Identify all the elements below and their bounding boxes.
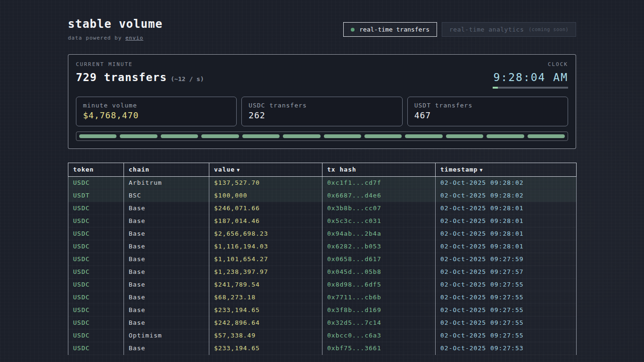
header: stable volume data powered by envio real… [68, 0, 576, 41]
column-header-token[interactable]: token [68, 163, 124, 177]
activity-segment [364, 134, 402, 138]
token-cell: USDC [68, 228, 124, 240]
token-cell: USDC [68, 202, 124, 215]
chain-cell: BSC [124, 189, 209, 202]
envio-link[interactable]: envio [125, 35, 143, 41]
token-cell: USDT [68, 189, 124, 202]
activity-segment [405, 134, 442, 138]
timestamp-cell: 02-Oct-2025 09:28:02 [436, 177, 577, 189]
tx-hash-link[interactable]: 0xbf75...3661 [322, 342, 436, 355]
value-cell: $242,896.64 [209, 317, 322, 329]
timestamp-cell: 02-Oct-2025 09:28:01 [436, 215, 577, 228]
tx-hash-link[interactable]: 0xc1f1...cd7f [322, 177, 436, 189]
chain-cell: Base [124, 253, 209, 266]
minute-progress-fill [493, 87, 498, 89]
timestamp-cell: 02-Oct-2025 09:28:01 [436, 228, 577, 240]
column-header-chain[interactable]: chain [124, 163, 209, 177]
transfers-count: 729 transfers [76, 71, 167, 83]
current-minute-panel: CURRENT MINUTE 729 transfers (~12 / s) C… [68, 54, 576, 149]
token-cell: USDC [68, 279, 124, 291]
tx-hash-link[interactable]: 0x32d5...7c14 [322, 317, 436, 329]
tab-label: real-time transfers [359, 26, 429, 33]
table-row: USDCBase$246,071.660x3b8b...cc0702-Oct-2… [68, 202, 577, 215]
tx-hash-link[interactable]: 0x045d...05b8 [322, 266, 436, 279]
stat-card-value: 262 [248, 110, 395, 120]
table-row: USDCBase$68,273.180x7711...cb6b02-Oct-20… [68, 291, 577, 304]
tab-real-time-transfers[interactable]: real-time transfers [343, 22, 437, 37]
activity-segment [487, 134, 524, 138]
tx-hash-link[interactable]: 0x6687...d4e6 [322, 189, 436, 202]
activity-segment [120, 134, 157, 138]
transfers-table: token chain value▼ tx hash timestamp▼ US… [68, 163, 577, 355]
timestamp-cell: 02-Oct-2025 09:27:57 [436, 266, 577, 279]
value-cell: $246,071.66 [209, 202, 322, 215]
table-row: USDCBase$1,238,397.970x045d...05b802-Oct… [68, 266, 577, 279]
activity-segment [446, 134, 483, 138]
current-minute-label: CURRENT MINUTE [76, 61, 204, 67]
stat-card-value: $4,768,470 [83, 110, 230, 120]
subtitle-text: data powered by [68, 35, 125, 41]
token-cell: USDC [68, 342, 124, 355]
tx-hash-link[interactable]: 0x94ab...2b4a [322, 228, 436, 240]
timestamp-cell: 02-Oct-2025 09:27:53 [436, 342, 577, 355]
tx-hash-link[interactable]: 0x8d98...6df5 [322, 279, 436, 291]
activity-segment [201, 134, 239, 138]
transfers-table-body: USDCArbitrum$137,527.700xc1f1...cd7f02-O… [68, 177, 577, 355]
chain-cell: Optimism [124, 329, 209, 342]
tx-hash-link[interactable]: 0x5c3c...c031 [322, 215, 436, 228]
stat-card-usdt-transfers: USDT transfers 467 [407, 97, 568, 126]
chain-cell: Arbitrum [124, 177, 209, 189]
table-row: USDCOptimism$57,338.490xbcc0...c6a302-Oc… [68, 329, 577, 342]
token-cell: USDC [68, 291, 124, 304]
main-content: stable volume data powered by envio real… [68, 0, 576, 355]
sort-down-icon: ▼ [237, 167, 240, 173]
transfers-rate: (~12 / s) [171, 75, 204, 82]
activity-segment [528, 134, 565, 138]
chain-cell: Base [124, 266, 209, 279]
activity-segment [161, 134, 198, 138]
table-row: USDCBase$1,116,194.030x6282...b05302-Oct… [68, 240, 577, 253]
tx-hash-link[interactable]: 0xbcc0...c6a3 [322, 329, 436, 342]
transfers-table-header: token chain value▼ tx hash timestamp▼ [68, 163, 577, 177]
timestamp-cell: 02-Oct-2025 09:28:02 [436, 189, 577, 202]
clock-time: 9:28:04 AM [493, 71, 568, 83]
chain-cell: Base [124, 291, 209, 304]
timestamp-cell: 02-Oct-2025 09:27:55 [436, 329, 577, 342]
title-block: stable volume data powered by envio [68, 17, 163, 41]
value-cell: $233,194.65 [209, 342, 322, 355]
column-header-value[interactable]: value▼ [209, 163, 322, 177]
table-row: USDCBase$187,014.460x5c3c...c03102-Oct-2… [68, 215, 577, 228]
token-cell: USDC [68, 215, 124, 228]
value-cell: $68,273.18 [209, 291, 322, 304]
token-cell: USDC [68, 329, 124, 342]
coming-soon-badge: (coming soon) [528, 27, 569, 32]
tx-hash-link[interactable]: 0x3f8b...d169 [322, 304, 436, 317]
stat-card-value: 467 [414, 110, 561, 120]
live-dot-icon [351, 28, 355, 32]
token-cell: USDC [68, 266, 124, 279]
chain-cell: Base [124, 304, 209, 317]
tx-hash-link[interactable]: 0x7711...cb6b [322, 291, 436, 304]
tab-real-time-analytics: real-time analytics (coming soon) [442, 22, 576, 37]
table-row: USDCBase$1,101,654.270x0658...d61702-Oct… [68, 253, 577, 266]
page-subtitle: data powered by envio [68, 35, 163, 41]
timestamp-cell: 02-Oct-2025 09:27:55 [436, 291, 577, 304]
activity-segment [79, 134, 116, 138]
table-row: USDCBase$233,194.650xbf75...366102-Oct-2… [68, 342, 577, 355]
stat-card-usdc-transfers: USDC transfers 262 [241, 97, 402, 126]
chain-cell: Base [124, 240, 209, 253]
chain-cell: Base [124, 202, 209, 215]
column-header-tx-hash[interactable]: tx hash [322, 163, 436, 177]
tx-hash-link[interactable]: 0x0658...d617 [322, 253, 436, 266]
timestamp-cell: 02-Oct-2025 09:27:55 [436, 304, 577, 317]
value-cell: $1,101,654.27 [209, 253, 322, 266]
tab-bar: real-time transfers real-time analytics … [343, 22, 576, 37]
tx-hash-link[interactable]: 0x3b8b...cc07 [322, 202, 436, 215]
value-cell: $57,338.49 [209, 329, 322, 342]
tx-hash-link[interactable]: 0x6282...b053 [322, 240, 436, 253]
timestamp-cell: 02-Oct-2025 09:27:55 [436, 317, 577, 329]
chain-cell: Base [124, 342, 209, 355]
table-row: USDTBSC$100,0000x6687...d4e602-Oct-2025 … [68, 189, 577, 202]
token-cell: USDC [68, 253, 124, 266]
column-header-timestamp[interactable]: timestamp▼ [436, 163, 577, 177]
